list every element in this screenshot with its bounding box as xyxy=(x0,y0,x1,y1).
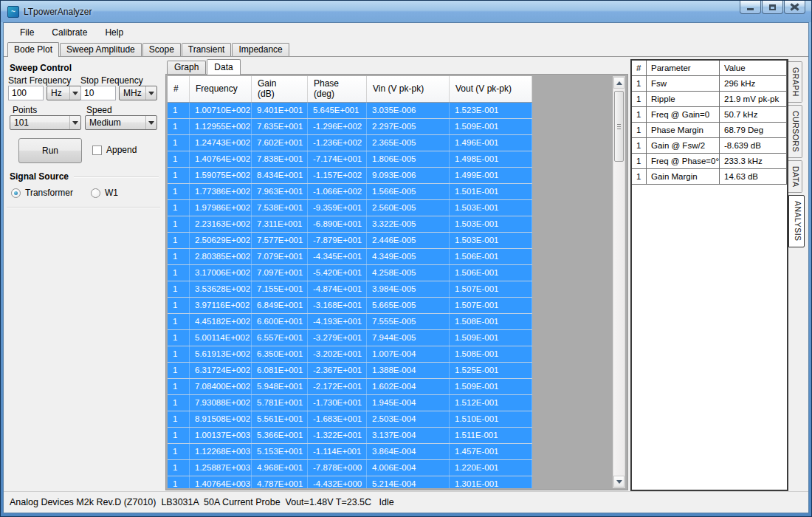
col-header-vout[interactable]: Vout (V pk-pk) xyxy=(450,76,532,102)
table-cell: 7.538E+001 xyxy=(252,200,308,216)
side-tab-analysis[interactable]: ANALYSIS xyxy=(788,195,805,247)
table-row[interactable]: 1Freq @ Phase=0°233.3 kHz xyxy=(632,154,787,169)
table-row[interactable]: 11.00710E+0029.401E+0015.645E+0013.035E-… xyxy=(168,103,532,119)
table-row[interactable]: 1Phase Margin68.79 Deg xyxy=(632,123,787,138)
menu-file[interactable]: File xyxy=(11,24,43,41)
scrollbar-thumb[interactable] xyxy=(614,91,624,162)
table-row[interactable]: 1Gain @ Fsw/2-8.639 dB xyxy=(632,138,787,154)
run-button[interactable]: Run xyxy=(18,138,82,163)
tab-transient[interactable]: Transient xyxy=(182,43,232,56)
table-cell: -4.874E+001 xyxy=(308,281,367,297)
table-row[interactable]: 11.77386E+0027.963E+001-1.066E+0021.566E… xyxy=(168,184,532,200)
side-tab-data[interactable]: DATA xyxy=(788,160,802,193)
tab-sweep-amplitude[interactable]: Sweep Amplitude xyxy=(60,43,142,56)
start-frequency-unit-select[interactable]: Hz xyxy=(47,86,81,100)
table-row[interactable]: 11.00137E+0035.366E+001-1.322E+0013.137E… xyxy=(168,428,532,444)
table-row[interactable]: 18.91508E+0025.561E+001-1.683E+0012.503E… xyxy=(168,411,532,428)
table-cell: 1.498E-001 xyxy=(450,151,532,167)
table-row[interactable]: 13.97116E+0026.849E+001-3.168E+0015.665E… xyxy=(168,298,532,314)
table-cell: 1.508E-001 xyxy=(450,314,532,329)
table-cell: 1.509E-001 xyxy=(450,379,532,394)
table-cell: -3.202E+001 xyxy=(308,346,367,362)
col-header-gain[interactable]: Gain (dB) xyxy=(252,76,308,102)
stop-frequency-input[interactable] xyxy=(80,86,116,100)
titlebar[interactable]: ~ LTpowerAnalyzer xyxy=(1,1,811,22)
scroll-down-button[interactable] xyxy=(613,476,625,487)
table-row[interactable]: 13.17006E+0027.097E+001-5.420E+0014.258E… xyxy=(168,265,532,281)
table-cell: 1.566E-005 xyxy=(367,184,450,199)
side-tab-cursors[interactable]: CURSORS xyxy=(788,105,802,158)
table-cell: 6.081E+001 xyxy=(252,363,308,378)
table-cell: 1 xyxy=(632,138,647,153)
speed-select[interactable]: Medium xyxy=(85,115,157,130)
table-row[interactable]: 1Fsw296 kHz xyxy=(632,76,787,92)
tab-impedance[interactable]: Impedance xyxy=(232,43,289,56)
table-cell: 1 xyxy=(168,200,190,216)
table-row[interactable]: 16.31724E+0026.081E+001-2.367E+0011.388E… xyxy=(168,363,532,379)
table-row[interactable]: 1Ripple21.9 mV pk-pk xyxy=(632,92,787,107)
minimize-icon xyxy=(747,8,754,10)
table-row[interactable]: 11.24743E+0027.602E+001-1.236E+0022.365E… xyxy=(168,135,532,151)
tab-bode-plot[interactable]: Bode Plot xyxy=(7,42,59,57)
append-checkbox[interactable]: Append xyxy=(92,145,137,155)
append-label: Append xyxy=(106,145,137,155)
table-row[interactable]: 11.25887E+0034.968E+001-7.878E+0004.006E… xyxy=(168,460,532,476)
table-row[interactable]: 15.61913E+0026.350E+001-3.202E+0011.007E… xyxy=(168,346,532,363)
table-row[interactable]: 12.80385E+0027.079E+001-4.345E+0014.349E… xyxy=(168,249,532,265)
side-tab-graph[interactable]: GRAPH xyxy=(788,61,802,103)
tab-scope[interactable]: Scope xyxy=(142,43,181,56)
table-row[interactable]: 14.45182E+0026.600E+001-4.193E+0017.555E… xyxy=(168,314,532,330)
tab-data[interactable]: Data xyxy=(207,59,240,75)
table-cell: 1 xyxy=(168,151,190,167)
points-select[interactable]: 101 xyxy=(10,115,81,130)
menu-help[interactable]: Help xyxy=(96,24,132,41)
col-header-index[interactable]: # xyxy=(168,76,190,102)
menu-calibrate[interactable]: Calibrate xyxy=(43,24,96,41)
side-tabstrip: GRAPH CURSORS DATA ANALYSIS xyxy=(788,61,805,247)
table-row[interactable]: 12.50629E+0027.577E+001-7.879E+0012.446E… xyxy=(168,233,532,249)
scroll-up-button[interactable] xyxy=(613,77,625,89)
stop-frequency-unit-value: MHz xyxy=(120,88,145,98)
table-cell: 1.40764E+003 xyxy=(190,476,252,488)
col-header-frequency[interactable]: Frequency xyxy=(190,76,252,102)
table-row[interactable]: 17.08400E+0025.948E+001-2.172E+0011.602E… xyxy=(168,379,532,395)
table-cell: 1.00137E+003 xyxy=(190,428,252,443)
table-cell: 8.91508E+002 xyxy=(190,411,252,427)
vertical-scrollbar[interactable] xyxy=(613,76,625,488)
table-row[interactable]: 15.00114E+0026.557E+001-3.279E+0017.944E… xyxy=(168,330,532,346)
table-row[interactable]: 12.23163E+0027.311E+001-6.890E+0013.322E… xyxy=(168,216,532,233)
table-cell: -4.345E+001 xyxy=(308,249,367,264)
table-row[interactable]: 11.40764E+0027.838E+001-7.174E+0011.806E… xyxy=(168,151,532,168)
table-cell: 1 xyxy=(168,281,190,297)
table-row[interactable]: 11.12268E+0035.153E+001-1.114E+0013.864E… xyxy=(168,444,532,460)
col-header-vin[interactable]: Vin (V pk-pk) xyxy=(367,76,450,102)
main-tabstrip: Bode Plot Sweep Amplitude Scope Transien… xyxy=(4,42,808,56)
table-row[interactable]: 11.12955E+0027.635E+001-1.296E+0022.297E… xyxy=(168,119,532,135)
table-cell: -4.432E+000 xyxy=(308,476,367,488)
table-cell: 7.079E+001 xyxy=(252,249,308,264)
table-cell: 1 xyxy=(168,184,190,199)
table-row[interactable]: 1Gain Margin14.63 dB xyxy=(632,169,787,185)
table-cell: -4.193E+001 xyxy=(308,314,367,329)
table-row[interactable]: 17.93088E+0025.781E+001-1.730E+0011.945E… xyxy=(168,395,532,411)
table-cell: 7.944E-005 xyxy=(367,330,450,346)
table-row[interactable]: 1Freq @ Gain=050.7 kHz xyxy=(632,107,787,123)
stop-frequency-unit-select[interactable]: MHz xyxy=(119,86,157,100)
table-row[interactable]: 11.59075E+0028.434E+001-1.157E+0029.093E… xyxy=(168,168,532,184)
table-cell: 5.61913E+002 xyxy=(190,346,252,362)
tab-graph[interactable]: Graph xyxy=(167,61,206,75)
radio-transformer[interactable]: Transformer xyxy=(11,188,73,198)
chevron-down-icon xyxy=(69,116,80,129)
table-row[interactable]: 11.40764E+0034.787E+001-4.432E+0005.214E… xyxy=(168,476,532,488)
maximize-button[interactable] xyxy=(762,1,783,14)
table-row[interactable]: 13.53628E+0027.155E+001-4.874E+0013.984E… xyxy=(168,281,532,298)
table-row[interactable]: 11.97986E+0027.538E+001-9.359E+0012.560E… xyxy=(168,200,532,216)
col-header-phase[interactable]: Phase (deg) xyxy=(308,76,367,102)
table-cell: -1.157E+002 xyxy=(308,168,367,183)
close-button[interactable] xyxy=(784,1,805,14)
radio-w1[interactable]: W1 xyxy=(91,188,118,198)
table-cell: 1.510E-001 xyxy=(450,411,532,427)
start-frequency-input[interactable] xyxy=(8,86,44,100)
table-cell: 3.97116E+002 xyxy=(190,298,252,313)
minimize-button[interactable] xyxy=(740,1,761,14)
